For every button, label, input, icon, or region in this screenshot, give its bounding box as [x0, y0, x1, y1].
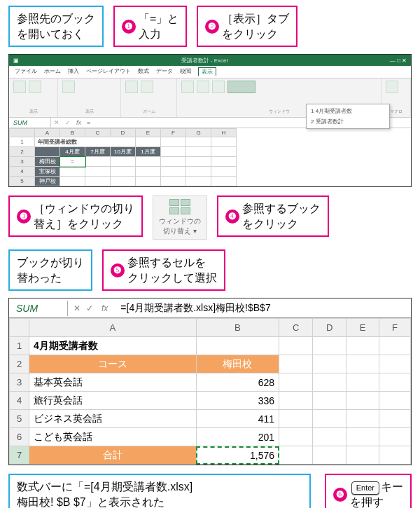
- table-row[interactable]: こども英会話: [29, 428, 197, 446]
- dropdown-item-1[interactable]: 1 4月期受講者数: [307, 106, 389, 116]
- callout-book-switched: ブックが切り 替わった: [8, 249, 92, 291]
- group-zoom-label: ズーム: [125, 109, 172, 115]
- switch-window-dropdown[interactable]: 1 4月期受講者数 2 受講者数計: [306, 104, 390, 129]
- table-cell[interactable]: 628: [196, 373, 279, 392]
- switch-window-icon: [169, 199, 190, 214]
- freeze-icon[interactable]: [212, 81, 225, 93]
- step-text-4: 参照するブック をクリック: [242, 201, 321, 231]
- ruler-icon[interactable]: [62, 81, 75, 93]
- table-row[interactable]: 旅行英会話: [29, 392, 197, 410]
- table-cell[interactable]: 411: [196, 410, 279, 428]
- cancel-icon[interactable]: ✕: [51, 119, 62, 126]
- col-hdr-b[interactable]: B: [196, 319, 279, 337]
- name-box[interactable]: SUM: [9, 118, 51, 128]
- view-mode-icon[interactable]: [29, 81, 41, 93]
- enter-key-icon: Enter: [351, 481, 379, 495]
- col-hdr[interactable]: E: [136, 129, 161, 137]
- row-label: 梅田校: [35, 157, 60, 167]
- callout-step-4: ❹ 参照するブック をクリック: [217, 195, 329, 237]
- col-hdr[interactable]: D: [111, 129, 136, 137]
- step-text-5: 参照するセルを クリックして選択: [127, 255, 217, 285]
- active-cell[interactable]: =: [60, 157, 85, 167]
- total-label: 合計: [29, 446, 197, 465]
- col-hdr-d[interactable]: D: [313, 319, 346, 337]
- col-hdr[interactable]: B: [60, 129, 85, 137]
- arrange-icon[interactable]: [197, 81, 209, 93]
- hdr-cell: 7月度: [85, 147, 111, 157]
- tab-file[interactable]: ファイル: [15, 67, 37, 76]
- callout-step-1: ❶ 「=」と 入力: [113, 6, 187, 47]
- table-row[interactable]: 基本英会話: [29, 373, 197, 392]
- sheet2-title: 4月期受講者数: [29, 337, 197, 355]
- titlebar: ▣ 受講者数計 - Excel — □ ✕: [9, 55, 411, 66]
- zoom-100-icon[interactable]: [141, 81, 153, 93]
- col-hdr-e[interactable]: E: [346, 319, 379, 337]
- step-badge-2: ❷: [205, 20, 219, 34]
- sheet-title: 年間受講者総数: [35, 137, 136, 147]
- step-badge-3: ❸: [17, 210, 31, 224]
- selected-cell-b7[interactable]: 1,576: [196, 446, 279, 465]
- table-row[interactable]: ビジネス英会話: [29, 410, 197, 428]
- step-text-2: ［表示］タブ をクリック: [222, 11, 289, 41]
- worksheet-mini[interactable]: A B C D E F G H 1年間受講者総数 2 4月度 7月度 10月度 …: [9, 128, 411, 186]
- col-hdr[interactable]: A: [35, 129, 60, 137]
- tab-layout[interactable]: ページレイアウト: [86, 67, 131, 76]
- tab-formulas[interactable]: 数式: [138, 67, 149, 76]
- step-badge-5: ❺: [111, 263, 125, 277]
- callout-open-ref-book: 参照先のブック を開いておく: [8, 6, 104, 47]
- hdr-cell: 10月度: [111, 147, 136, 157]
- col-hdr-c[interactable]: C: [279, 319, 313, 337]
- step-text-3: ［ウィンドウの切り 替え］をクリック: [34, 201, 134, 231]
- dropdown-item-2[interactable]: 2 受講者数計: [307, 116, 389, 127]
- excel-window-2: SUM ✕ ✓ fx =[4月期受講者数.xlsx]梅田校!$B$7 A B C…: [8, 298, 412, 465]
- col-hdr-a[interactable]: A: [29, 319, 197, 337]
- tab-insert[interactable]: 挿入: [68, 67, 79, 76]
- tab-review[interactable]: 校閲: [180, 67, 191, 76]
- name-box-2[interactable]: SUM: [9, 301, 68, 316]
- col-hdr[interactable]: G: [186, 129, 211, 137]
- excel-logo-icon: ▣: [13, 57, 19, 64]
- switch-window-button[interactable]: [227, 81, 255, 93]
- worksheet-2[interactable]: A B C D E F 14月期受講者数 2 コース 梅田校 3基本英会話628…: [9, 318, 411, 465]
- hdr-cell: 1月度: [136, 147, 161, 157]
- excel-window-1: ▣ 受講者数計 - Excel — □ ✕ ファイル ホーム 挿入 ページレイア…: [8, 54, 412, 187]
- tab-home[interactable]: ホーム: [44, 67, 61, 76]
- hdr-umeda: 梅田校: [196, 355, 279, 373]
- step-badge-6: ❻: [333, 488, 347, 502]
- zoom-icon[interactable]: [125, 81, 138, 93]
- confirm-icon[interactable]: ✓: [62, 119, 74, 126]
- callout-formula-shown: 数式バーに「=[4月期受講者数.xlsx] 梅田校! $B $7」と表示された: [8, 474, 311, 508]
- table-cell[interactable]: 201: [196, 428, 279, 446]
- window-title: 受講者数計 - Excel: [181, 57, 228, 64]
- ribbon-tabs[interactable]: ファイル ホーム 挿入 ページレイアウト 数式 データ 校閲 表示: [9, 66, 411, 78]
- tab-data[interactable]: データ: [156, 67, 173, 76]
- step-text-6: Enterキー を押す: [350, 479, 403, 508]
- callout-step-2: ❷ ［表示］タブ をクリック: [197, 6, 298, 47]
- step-badge-4: ❹: [225, 210, 239, 224]
- col-hdr[interactable]: H: [211, 129, 237, 137]
- col-hdr[interactable]: F: [161, 129, 186, 137]
- confirm-icon[interactable]: ✓: [86, 303, 93, 313]
- row-label: 神戸校: [35, 177, 60, 186]
- step-text-1: 「=」と 入力: [139, 11, 178, 41]
- select-all[interactable]: [10, 129, 35, 137]
- hdr-cell: [35, 147, 60, 157]
- fx-icon[interactable]: fx: [99, 303, 111, 313]
- formula-input-2[interactable]: =[4月期受講者数.xlsx]梅田校!$B$7: [116, 302, 411, 315]
- tab-view[interactable]: 表示: [198, 67, 216, 76]
- step-badge-1: ❶: [122, 20, 136, 34]
- select-all[interactable]: [10, 319, 29, 337]
- cancel-icon[interactable]: ✕: [74, 303, 80, 313]
- table-cell[interactable]: 336: [196, 392, 279, 410]
- macro-icon[interactable]: [386, 81, 398, 93]
- hdr-cell: 4月度: [60, 147, 85, 157]
- col-hdr-f[interactable]: F: [379, 319, 410, 337]
- group-show-label: 表示: [62, 109, 116, 115]
- col-hdr[interactable]: C: [85, 129, 111, 137]
- formula-bar-2[interactable]: SUM ✕ ✓ fx =[4月期受講者数.xlsx]梅田校!$B$7: [9, 298, 411, 318]
- fx-icon[interactable]: fx: [74, 119, 84, 126]
- new-window-icon[interactable]: [181, 81, 194, 93]
- view-mode-icon[interactable]: [13, 81, 26, 93]
- switch-window-chip: ウィンドウの 切り替え ▾: [153, 195, 207, 240]
- window-controls[interactable]: — □ ✕: [390, 57, 407, 64]
